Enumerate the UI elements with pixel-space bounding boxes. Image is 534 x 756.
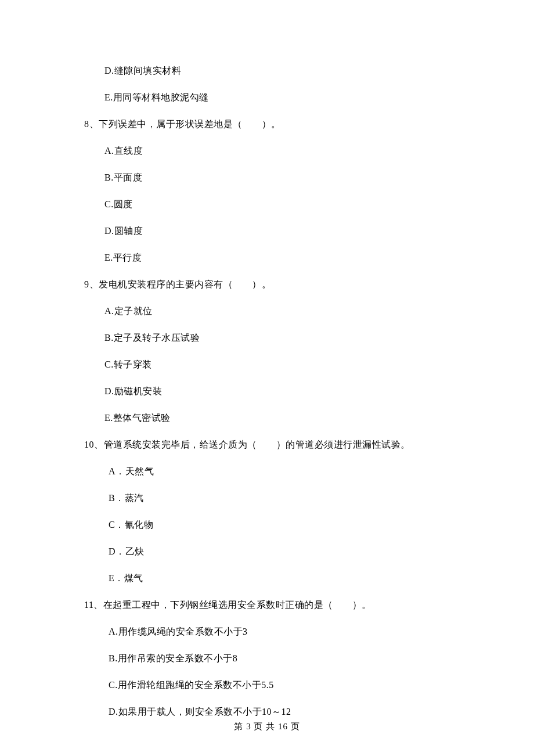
option-text: E．煤气 xyxy=(84,571,450,585)
question-9-stem: 9、发电机安装程序的主要内容有（ ）。 xyxy=(84,278,450,291)
option-text: B.用作吊索的安全系数不小于8 xyxy=(84,651,450,665)
question-8-stem: 8、下列误差中，属于形状误差地是（ ）。 xyxy=(84,117,450,131)
option-text: C．氰化物 xyxy=(84,518,450,532)
option-text: A.直线度 xyxy=(84,144,450,158)
option-text: A.用作缆风绳的安全系数不小于3 xyxy=(84,625,450,639)
option-text: D.如果用于载人，则安全系数不小于10～12 xyxy=(84,705,450,719)
option-text: C.用作滑轮组跑绳的安全系数不小于5.5 xyxy=(84,678,450,692)
option-text: E.用同等材料地胶泥勾缝 xyxy=(84,91,450,105)
question-10-stem: 10、管道系统安装完毕后，给送介质为（ ）的管道必须进行泄漏性试验。 xyxy=(84,438,450,452)
option-text: B．蒸汽 xyxy=(84,491,450,505)
option-text: D．乙炔 xyxy=(84,545,450,559)
option-text: A.定子就位 xyxy=(84,304,450,318)
question-11-stem: 11、在起重工程中，下列钢丝绳选用安全系数时正确的是（ ）。 xyxy=(84,598,450,612)
option-text: D.圆轴度 xyxy=(84,224,450,238)
option-text: A．天然气 xyxy=(84,465,450,478)
option-text: C.转子穿装 xyxy=(84,358,450,372)
option-text: E.平行度 xyxy=(84,251,450,265)
option-text: D.励磁机安装 xyxy=(84,384,450,398)
option-text: D.缝隙间填实材料 xyxy=(84,64,450,78)
option-text: B.定子及转子水压试验 xyxy=(84,331,450,345)
option-text: B.平面度 xyxy=(84,171,450,185)
page-footer: 第 3 页 共 16 页 xyxy=(0,720,534,733)
page-content: D.缝隙间填实材料 E.用同等材料地胶泥勾缝 8、下列误差中，属于形状误差地是（… xyxy=(0,0,534,719)
option-text: E.整体气密试验 xyxy=(84,411,450,425)
option-text: C.圆度 xyxy=(84,197,450,211)
